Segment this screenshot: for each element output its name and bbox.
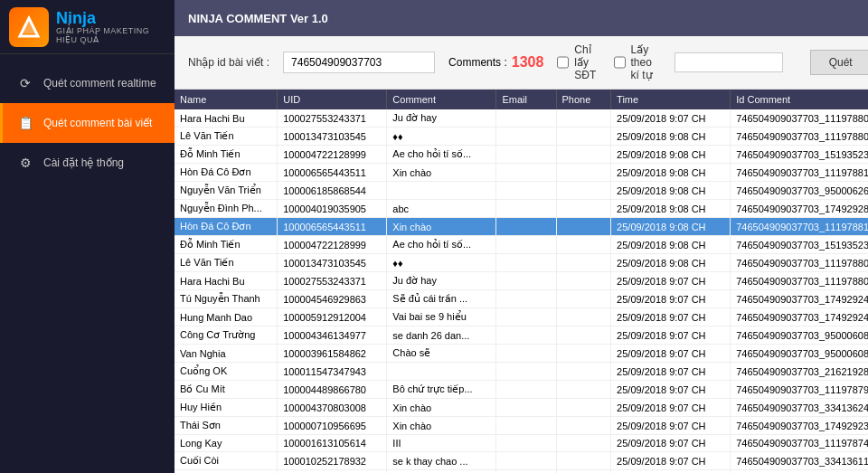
cell-name: Cuối Còi	[175, 452, 278, 470]
ki-tu-filter-input[interactable]	[675, 52, 783, 72]
table-row[interactable]: Hòn Đá Cô Đơn100006565443511Xin chào25/0…	[175, 164, 868, 182]
cell-time: 25/09/2018 9:07 CH	[611, 345, 731, 363]
cell-email	[496, 363, 556, 381]
cell-phone	[556, 399, 611, 417]
table-body: Hara Hachi Bu100027553243371Ju đờ hay25/…	[175, 109, 868, 473]
cell-phone	[556, 326, 611, 345]
cell-name: Van Nghia	[175, 345, 278, 363]
table-row[interactable]: Long Kay100001613105614III25/09/2018 9:0…	[175, 435, 868, 452]
table-row[interactable]: Tú Nguyễn Thanh100004546929863Sẽ đủ cái …	[175, 290, 868, 308]
cell-email	[496, 290, 556, 308]
cell-name: Nguyễn Đình Ph...	[175, 200, 278, 218]
cell-email	[496, 399, 556, 417]
logo-tagline: GIẢI PHÁP MAKETING HIỆU QUẢ	[56, 26, 165, 44]
cell-name: Huy Hiền	[175, 399, 278, 417]
cell-time: 25/09/2018 9:07 CH	[611, 326, 731, 345]
cell-email	[496, 470, 556, 474]
cell-email	[496, 381, 556, 399]
cell-time: 25/09/2018 9:07 CH	[611, 435, 731, 452]
cell-id_comment: 746504909037703_174929244186683	[731, 308, 868, 326]
sidebar-item-label: Cài đặt hệ thống	[43, 156, 124, 169]
sidebar-item-quet-bai-viet[interactable]: 📋 Quét comment bài viết	[0, 103, 175, 143]
cell-id_comment: 746504909037703_1119787471519559	[731, 435, 868, 452]
cell-uid: 100004722128999	[278, 236, 387, 254]
sidebar-item-label: Quét comment bài viết	[43, 117, 152, 129]
toolbar: Nhập id bài viết : Comments : 1308 Chỉ l…	[175, 36, 868, 90]
table-row[interactable]: Hung Manh Dao100005912912004Vai bai se 9…	[175, 308, 868, 326]
id-input[interactable]	[283, 52, 435, 73]
cell-comment	[387, 470, 496, 474]
cell-time: 25/09/2018 9:07 CH	[611, 381, 731, 399]
table-row[interactable]: Đinh Thuần Lê10000481129354625/09/2018 9…	[175, 470, 868, 474]
cell-time: 25/09/2018 9:07 CH	[611, 470, 731, 474]
table-row[interactable]: Lê Văn Tiến100013473103545♦♦25/09/2018 9…	[175, 128, 868, 146]
chi-lay-sdt-checkbox[interactable]	[557, 56, 569, 69]
cell-name: Đỗ Minh Tiến	[175, 146, 278, 164]
lay-theo-ki-tu-label: Lấy theo kí tự	[631, 43, 661, 81]
cell-phone	[556, 363, 611, 381]
cell-uid: 100004546929863	[278, 290, 387, 308]
cell-id_comment: 746504909037703_1119788024852837	[731, 272, 868, 290]
col-header-uid: UID	[278, 90, 387, 109]
cell-id_comment: 746504909037703_174929205519855	[731, 470, 868, 474]
cell-comment: Xin chào	[387, 164, 496, 182]
table-row[interactable]: Đỗ Minh Tiến100004722128999Ae cho hỏi tí…	[175, 236, 868, 254]
table-row[interactable]: Bồ Cu Mít100004489866780Bô chứ trực tiếp…	[175, 381, 868, 399]
table-row[interactable]: Đỗ Minh Tiến100004722128999Ae cho hỏi tí…	[175, 146, 868, 164]
cell-id_comment: 746504909037703_174929246519981​4	[731, 290, 868, 308]
cell-time: 25/09/2018 9:08 CH	[611, 236, 731, 254]
table-row[interactable]: Hara Hachi Bu100027553243371Ju đờ hay25/…	[175, 272, 868, 290]
cell-id_comment: 746504909037703_950006088543220	[731, 326, 868, 345]
cell-name: Hara Hachi Bu	[175, 272, 278, 290]
cell-phone	[556, 470, 611, 474]
cell-comment: ♦♦	[387, 128, 496, 146]
cell-email	[496, 345, 556, 363]
logo-icon	[9, 7, 49, 47]
table-row[interactable]: Cuối Còi100010252178932se k thay chao ..…	[175, 452, 868, 470]
table-row[interactable]: Nguyễn Văn Triển10000618586854425/09/201…	[175, 182, 868, 200]
cell-name: Long Kay	[175, 435, 278, 452]
cell-email	[496, 326, 556, 345]
cell-id_comment: 746504909037703_950006081876554	[731, 345, 868, 363]
cell-comment: ♦♦	[387, 254, 496, 272]
cell-uid: 100013473103545	[278, 254, 387, 272]
table-row[interactable]: Lê Văn Tiến100013473103545♦♦25/09/2018 9…	[175, 254, 868, 272]
cell-email	[496, 128, 556, 146]
col-header-time: Time	[611, 90, 731, 109]
cell-time: 25/09/2018 9:08 CH	[611, 146, 731, 164]
table-row[interactable]: Hòn Đá Cô Đơn100006565443511Xin chào25/0…	[175, 218, 868, 236]
cell-name: Thái Sơn	[175, 417, 278, 435]
cell-uid: 100000710956695	[278, 417, 387, 435]
id-label: Nhập id bài viết :	[188, 56, 269, 69]
cell-id_comment: 746504909037703_174929285519775	[731, 200, 868, 218]
cell-comment: Sẽ đủ cái trần ...	[387, 290, 496, 308]
sidebar-item-quet-realtime[interactable]: ⟳ Quét comment realtime	[0, 63, 175, 103]
cell-phone	[556, 236, 611, 254]
cell-comment: se k thay chao ...	[387, 452, 496, 470]
cell-comment: Vai bai se 9 hiểu	[387, 308, 496, 326]
cell-name: Hung Manh Dao	[175, 308, 278, 326]
table-row[interactable]: Van Nghia100003961584862Chào sẽ25/09/201…	[175, 345, 868, 363]
cell-time: 25/09/2018 9:07 CH	[611, 452, 731, 470]
cell-comment: Ju đờ hay	[387, 272, 496, 290]
lay-theo-ki-tu-checkbox[interactable]	[614, 56, 626, 69]
sidebar-item-label: Quét comment realtime	[43, 77, 156, 90]
cell-phone	[556, 272, 611, 290]
sidebar-item-cai-dat[interactable]: ⚙ Cài đặt hệ thống	[0, 143, 175, 183]
cell-time: 25/09/2018 9:08 CH	[611, 164, 731, 182]
table-row[interactable]: Huy Hiền100004370803008Xin chào25/09/201…	[175, 399, 868, 417]
cell-name: Hara Hachi Bu	[175, 109, 278, 128]
table-row[interactable]: Công Cơ Trường100004346134977se danh 26 …	[175, 326, 868, 345]
cell-email	[496, 200, 556, 218]
cell-time: 25/09/2018 9:08 CH	[611, 128, 731, 146]
cell-time: 25/09/2018 9:07 CH	[611, 308, 731, 326]
cell-id_comment: 746504909037703_1119788058186167	[731, 254, 868, 272]
cell-phone	[556, 417, 611, 435]
table-row[interactable]: Hara Hachi Bu100027553243371Ju đờ hay25/…	[175, 109, 868, 128]
comment-table: Name UID Comment Email Phone Time Id Com…	[175, 90, 868, 473]
table-row[interactable]: Nguyễn Đình Ph...100004019035905abc25/09…	[175, 200, 868, 218]
logo: Ninja GIẢI PHÁP MAKETING HIỆU QUẢ	[0, 0, 175, 54]
quet-button[interactable]: Quét	[810, 50, 868, 75]
table-row[interactable]: Cuổng OK10001154734794325/09/2018 9:07 C…	[175, 363, 868, 381]
table-row[interactable]: Thái Sơn100000710956695Xin chào25/09/201…	[175, 417, 868, 435]
